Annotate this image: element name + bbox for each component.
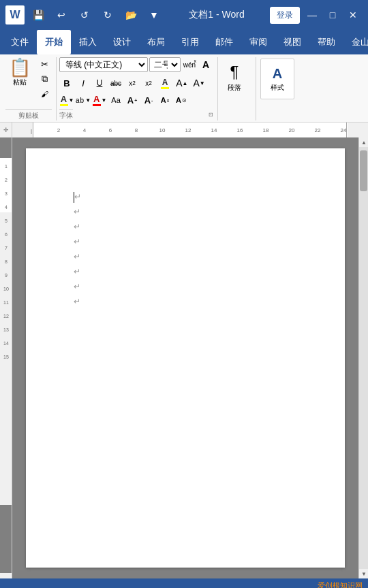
char-shrink-button[interactable]: A-	[141, 93, 156, 108]
style-button[interactable]: A 样式	[260, 59, 294, 99]
paste-button[interactable]: 📋 粘贴	[5, 57, 34, 88]
reload-button[interactable]: ↻	[98, 5, 117, 24]
page-line[interactable]: ↵	[74, 279, 297, 294]
text-shrink-button[interactable]: A▼	[191, 76, 206, 91]
clipboard-section: 📋 粘贴 ✂ ⧉ 🖌 剪贴板	[3, 57, 57, 120]
font-format-row: B I U abc x2 x2 A A▲ A▼	[59, 76, 213, 91]
svg-text:2: 2	[5, 178, 7, 182]
vertical-scrollbar[interactable]: ▲ ▼	[358, 137, 368, 578]
text-highlight-button[interactable]: A ▼	[92, 93, 107, 108]
svg-text:6: 6	[109, 127, 112, 133]
font-a-button[interactable]: A	[198, 57, 213, 72]
cut-button[interactable]: ✂	[37, 57, 52, 71]
menu-item-layout[interactable]: 布局	[139, 30, 173, 54]
font-color-button[interactable]: A ▼	[59, 93, 74, 108]
save-button[interactable]: 💾	[29, 5, 48, 24]
maximize-button[interactable]: □	[323, 5, 342, 24]
clipboard-content: 📋 粘贴 ✂ ⧉ 🖌	[5, 57, 52, 108]
format-painter-button[interactable]: 🖌	[37, 87, 52, 101]
undo-button[interactable]: ↩	[52, 5, 71, 24]
page-container[interactable]: ↵ ↵ ↵ ↵ ↵ ↵ ↵ ↵	[12, 137, 358, 578]
font-name-row: 等线 (中文正文) 二号 wénx A	[59, 57, 213, 72]
underline-button[interactable]: U	[92, 76, 107, 91]
menu-item-help[interactable]: 帮助	[309, 30, 343, 54]
svg-text:18: 18	[263, 127, 269, 133]
clipboard-label: 剪贴板	[5, 109, 52, 120]
scroll-up-button[interactable]: ▲	[359, 137, 368, 147]
svg-text:10: 10	[3, 287, 9, 291]
menu-item-view[interactable]: 视图	[275, 30, 309, 54]
superscript-button[interactable]: x2	[141, 76, 156, 91]
font-expand-button[interactable]: ⊡	[204, 108, 213, 118]
svg-text:14: 14	[211, 127, 217, 133]
svg-text:12: 12	[185, 127, 191, 133]
vertical-ruler: 1 2 3 4 5 6 7 8 9 10 11 12 13 14 15	[0, 137, 12, 578]
aa-button[interactable]: Aa	[108, 93, 123, 108]
char-spacing-button[interactable]: ab ▼	[76, 93, 91, 108]
login-button[interactable]: 登录	[270, 7, 300, 24]
page-line[interactable]: ↵	[74, 249, 297, 264]
bold-button[interactable]: B	[59, 76, 74, 91]
menu-item-references[interactable]: 引用	[173, 30, 207, 54]
copy-button[interactable]: ⧉	[37, 72, 52, 86]
page-line[interactable]: ↵	[74, 234, 297, 249]
font-color-dropdown-icon[interactable]: ▼	[69, 97, 74, 103]
para-mark: ↵	[74, 237, 80, 246]
page-line[interactable]: ↵	[74, 294, 297, 309]
menu-item-review[interactable]: 审阅	[241, 30, 275, 54]
svg-rect-17	[0, 505, 12, 573]
svg-text:16: 16	[237, 127, 243, 133]
page-line[interactable]: ↵	[74, 204, 297, 219]
scroll-track[interactable]	[359, 147, 368, 569]
menu-item-insert[interactable]: 插入	[71, 30, 105, 54]
paragraph-button[interactable]: ¶ 段落	[221, 57, 248, 98]
svg-text:22: 22	[315, 127, 321, 133]
menu-item-design[interactable]: 设计	[105, 30, 139, 54]
paragraph-label: 段落	[228, 83, 241, 93]
clear-format-button[interactable]: Ax	[157, 93, 172, 108]
char-grow-button[interactable]: A+	[125, 93, 140, 108]
scroll-down-button[interactable]: ▼	[359, 569, 368, 578]
svg-text:13: 13	[3, 327, 9, 332]
font-name-select[interactable]: 等线 (中文正文)	[59, 57, 148, 72]
menu-item-home[interactable]: 开始	[37, 30, 71, 54]
italic-button[interactable]: I	[76, 76, 91, 91]
page-line[interactable]: ↵	[74, 189, 297, 204]
minimize-button[interactable]: —	[303, 5, 322, 24]
menu-item-mailings[interactable]: 邮件	[207, 30, 241, 54]
paragraph-content: ¶ 段落	[221, 57, 251, 120]
para-mark: ↵	[74, 222, 80, 231]
svg-text:14: 14	[3, 341, 9, 346]
menu-item-file[interactable]: 文件	[3, 30, 37, 54]
menu-item-pdf[interactable]: 金山PDF	[343, 30, 368, 54]
scroll-thumb[interactable]	[360, 150, 367, 191]
wenzi-button[interactable]: wénx	[182, 57, 197, 72]
title-right: 登录 — □ ✕	[270, 5, 363, 24]
strikethrough-button[interactable]: abc	[108, 76, 123, 91]
svg-text:4: 4	[5, 205, 7, 210]
text-grow-button[interactable]: A▲	[174, 76, 189, 91]
more-tools-button[interactable]: ▼	[144, 5, 164, 24]
redo-button[interactable]: ↺	[75, 5, 94, 24]
window-controls: — □ ✕	[303, 5, 363, 24]
font-section-label: 字体	[59, 109, 73, 120]
svg-text:6: 6	[5, 232, 7, 237]
page-line[interactable]: ↵	[74, 219, 297, 234]
text-highlight-dropdown[interactable]: ▼	[102, 97, 107, 103]
svg-text:8: 8	[135, 127, 138, 133]
highlight-button[interactable]: A	[157, 76, 172, 91]
svg-text:7: 7	[5, 246, 7, 250]
phonetic-button[interactable]: A⊙	[174, 93, 189, 108]
ruler-container: ✛ | 2 4 6 8 10 12 14 16 18 20 22	[0, 122, 368, 137]
close-button[interactable]: ✕	[343, 5, 363, 24]
style-label: 样式	[271, 83, 284, 93]
font-size-select[interactable]: 二号	[149, 57, 181, 72]
subscript-button[interactable]: x2	[125, 76, 140, 91]
paragraph-section: ¶ 段落	[218, 57, 256, 120]
watermark-text: 爱创根知识网	[318, 581, 363, 589]
page-line[interactable]: ↵	[74, 264, 297, 279]
document-page[interactable]: ↵ ↵ ↵ ↵ ↵ ↵ ↵ ↵	[26, 148, 345, 568]
svg-text:10: 10	[159, 127, 166, 133]
ruler-side-icon: ✛	[0, 122, 12, 137]
open-button[interactable]: 📂	[121, 5, 140, 24]
